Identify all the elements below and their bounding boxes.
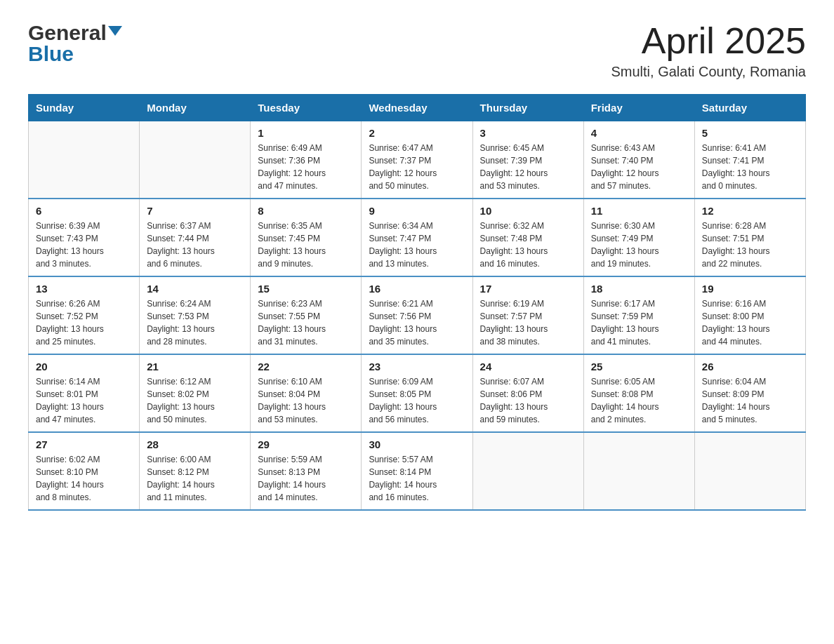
location-title: Smulti, Galati County, Romania [611, 64, 806, 80]
calendar-header-row: SundayMondayTuesdayWednesdayThursdayFrid… [29, 95, 806, 121]
day-info: Sunrise: 6:32 AM Sunset: 7:48 PM Dayligh… [480, 220, 576, 270]
calendar-day-cell: 27Sunrise: 6:02 AM Sunset: 8:10 PM Dayli… [29, 432, 140, 510]
calendar-day-cell: 13Sunrise: 6:26 AM Sunset: 7:52 PM Dayli… [29, 276, 140, 354]
calendar-day-cell: 1Sunrise: 6:49 AM Sunset: 7:36 PM Daylig… [251, 121, 362, 199]
day-info: Sunrise: 6:41 AM Sunset: 7:41 PM Dayligh… [702, 142, 798, 192]
day-info: Sunrise: 6:14 AM Sunset: 8:01 PM Dayligh… [36, 375, 132, 426]
day-info: Sunrise: 6:49 AM Sunset: 7:36 PM Dayligh… [258, 142, 354, 192]
calendar-day-cell: 7Sunrise: 6:37 AM Sunset: 7:44 PM Daylig… [140, 199, 251, 276]
day-info: Sunrise: 6:05 AM Sunset: 8:08 PM Dayligh… [591, 375, 687, 426]
day-info: Sunrise: 6:21 AM Sunset: 7:56 PM Dayligh… [369, 297, 465, 348]
day-info: Sunrise: 6:04 AM Sunset: 8:09 PM Dayligh… [702, 375, 798, 426]
day-number: 3 [480, 127, 576, 139]
logo-blue: Blue [28, 42, 122, 66]
day-info: Sunrise: 6:43 AM Sunset: 7:40 PM Dayligh… [591, 142, 687, 192]
day-info: Sunrise: 6:39 AM Sunset: 7:43 PM Dayligh… [36, 220, 132, 270]
calendar-day-cell: 6Sunrise: 6:39 AM Sunset: 7:43 PM Daylig… [29, 199, 140, 276]
calendar-day-cell: 17Sunrise: 6:19 AM Sunset: 7:57 PM Dayli… [472, 276, 583, 354]
day-info: Sunrise: 6:37 AM Sunset: 7:44 PM Dayligh… [147, 220, 243, 270]
day-number: 7 [147, 205, 243, 217]
day-number: 11 [591, 205, 687, 217]
day-info: Sunrise: 6:17 AM Sunset: 7:59 PM Dayligh… [591, 297, 687, 348]
day-info: Sunrise: 6:07 AM Sunset: 8:06 PM Dayligh… [480, 375, 576, 426]
day-number: 8 [258, 205, 354, 217]
day-info: Sunrise: 6:10 AM Sunset: 8:04 PM Dayligh… [258, 375, 354, 426]
calendar-day-cell: 25Sunrise: 6:05 AM Sunset: 8:08 PM Dayli… [583, 354, 694, 432]
logo-triangle-icon [108, 26, 122, 36]
day-info: Sunrise: 6:24 AM Sunset: 7:53 PM Dayligh… [147, 297, 243, 348]
calendar-day-cell: 18Sunrise: 6:17 AM Sunset: 7:59 PM Dayli… [583, 276, 694, 354]
logo-general: General [28, 21, 107, 45]
day-number: 4 [591, 127, 687, 139]
calendar-day-cell: 10Sunrise: 6:32 AM Sunset: 7:48 PM Dayli… [472, 199, 583, 276]
day-number: 22 [258, 361, 354, 373]
calendar-day-cell: 28Sunrise: 6:00 AM Sunset: 8:12 PM Dayli… [140, 432, 251, 510]
calendar-day-cell: 9Sunrise: 6:34 AM Sunset: 7:47 PM Daylig… [362, 199, 472, 276]
page-header: General Blue April 2025 Smulti, Galati C… [28, 21, 806, 80]
calendar-day-cell [29, 121, 140, 199]
calendar-body: 1Sunrise: 6:49 AM Sunset: 7:36 PM Daylig… [29, 121, 806, 511]
calendar-day-cell [583, 432, 694, 510]
calendar-day-cell: 11Sunrise: 6:30 AM Sunset: 7:49 PM Dayli… [583, 199, 694, 276]
calendar-header: SundayMondayTuesdayWednesdayThursdayFrid… [29, 95, 806, 121]
calendar-week-row: 6Sunrise: 6:39 AM Sunset: 7:43 PM Daylig… [29, 199, 806, 276]
day-number: 28 [147, 438, 243, 450]
calendar-day-cell: 20Sunrise: 6:14 AM Sunset: 8:01 PM Dayli… [29, 354, 140, 432]
calendar-day-cell [472, 432, 583, 510]
calendar-day-cell: 23Sunrise: 6:09 AM Sunset: 8:05 PM Dayli… [362, 354, 472, 432]
calendar-day-cell: 30Sunrise: 5:57 AM Sunset: 8:14 PM Dayli… [362, 432, 472, 510]
day-number: 19 [702, 283, 798, 295]
calendar-day-cell: 29Sunrise: 5:59 AM Sunset: 8:13 PM Dayli… [251, 432, 362, 510]
calendar-header-cell: Wednesday [362, 95, 472, 121]
day-info: Sunrise: 6:28 AM Sunset: 7:51 PM Dayligh… [702, 220, 798, 270]
calendar-day-cell: 12Sunrise: 6:28 AM Sunset: 7:51 PM Dayli… [694, 199, 805, 276]
day-number: 23 [369, 361, 465, 373]
calendar-day-cell: 5Sunrise: 6:41 AM Sunset: 7:41 PM Daylig… [694, 121, 805, 199]
logo: General Blue [28, 21, 122, 66]
day-number: 27 [36, 438, 132, 450]
calendar-day-cell: 15Sunrise: 6:23 AM Sunset: 7:55 PM Dayli… [251, 276, 362, 354]
day-info: Sunrise: 5:57 AM Sunset: 8:14 PM Dayligh… [369, 453, 465, 504]
day-number: 6 [36, 205, 132, 217]
calendar-header-cell: Saturday [694, 95, 805, 121]
day-number: 2 [369, 127, 465, 139]
day-number: 10 [480, 205, 576, 217]
calendar-day-cell: 21Sunrise: 6:12 AM Sunset: 8:02 PM Dayli… [140, 354, 251, 432]
day-info: Sunrise: 6:35 AM Sunset: 7:45 PM Dayligh… [258, 220, 354, 270]
day-number: 26 [702, 361, 798, 373]
day-number: 24 [480, 361, 576, 373]
calendar-day-cell: 3Sunrise: 6:45 AM Sunset: 7:39 PM Daylig… [472, 121, 583, 199]
calendar-week-row: 13Sunrise: 6:26 AM Sunset: 7:52 PM Dayli… [29, 276, 806, 354]
calendar-day-cell: 19Sunrise: 6:16 AM Sunset: 8:00 PM Dayli… [694, 276, 805, 354]
calendar-day-cell [140, 121, 251, 199]
calendar-day-cell: 8Sunrise: 6:35 AM Sunset: 7:45 PM Daylig… [251, 199, 362, 276]
day-info: Sunrise: 6:26 AM Sunset: 7:52 PM Dayligh… [36, 297, 132, 348]
day-info: Sunrise: 6:02 AM Sunset: 8:10 PM Dayligh… [36, 453, 132, 504]
day-info: Sunrise: 6:12 AM Sunset: 8:02 PM Dayligh… [147, 375, 243, 426]
day-info: Sunrise: 6:19 AM Sunset: 7:57 PM Dayligh… [480, 297, 576, 348]
calendar-day-cell [694, 432, 805, 510]
month-title: April 2025 [611, 21, 806, 61]
day-info: Sunrise: 6:30 AM Sunset: 7:49 PM Dayligh… [591, 220, 687, 270]
day-info: Sunrise: 5:59 AM Sunset: 8:13 PM Dayligh… [258, 453, 354, 504]
day-info: Sunrise: 6:47 AM Sunset: 7:37 PM Dayligh… [369, 142, 465, 192]
day-number: 9 [369, 205, 465, 217]
header-right: April 2025 Smulti, Galati County, Romani… [611, 21, 806, 80]
day-info: Sunrise: 6:09 AM Sunset: 8:05 PM Dayligh… [369, 375, 465, 426]
day-number: 29 [258, 438, 354, 450]
day-number: 17 [480, 283, 576, 295]
calendar-day-cell: 14Sunrise: 6:24 AM Sunset: 7:53 PM Dayli… [140, 276, 251, 354]
day-info: Sunrise: 6:45 AM Sunset: 7:39 PM Dayligh… [480, 142, 576, 192]
calendar-header-cell: Friday [583, 95, 694, 121]
calendar-week-row: 1Sunrise: 6:49 AM Sunset: 7:36 PM Daylig… [29, 121, 806, 199]
day-number: 20 [36, 361, 132, 373]
day-number: 15 [258, 283, 354, 295]
day-number: 1 [258, 127, 354, 139]
day-number: 14 [147, 283, 243, 295]
calendar-day-cell: 26Sunrise: 6:04 AM Sunset: 8:09 PM Dayli… [694, 354, 805, 432]
calendar-day-cell: 24Sunrise: 6:07 AM Sunset: 8:06 PM Dayli… [472, 354, 583, 432]
calendar-day-cell: 16Sunrise: 6:21 AM Sunset: 7:56 PM Dayli… [362, 276, 472, 354]
calendar-header-cell: Sunday [29, 95, 140, 121]
calendar-table: SundayMondayTuesdayWednesdayThursdayFrid… [28, 94, 806, 511]
day-info: Sunrise: 6:00 AM Sunset: 8:12 PM Dayligh… [147, 453, 243, 504]
